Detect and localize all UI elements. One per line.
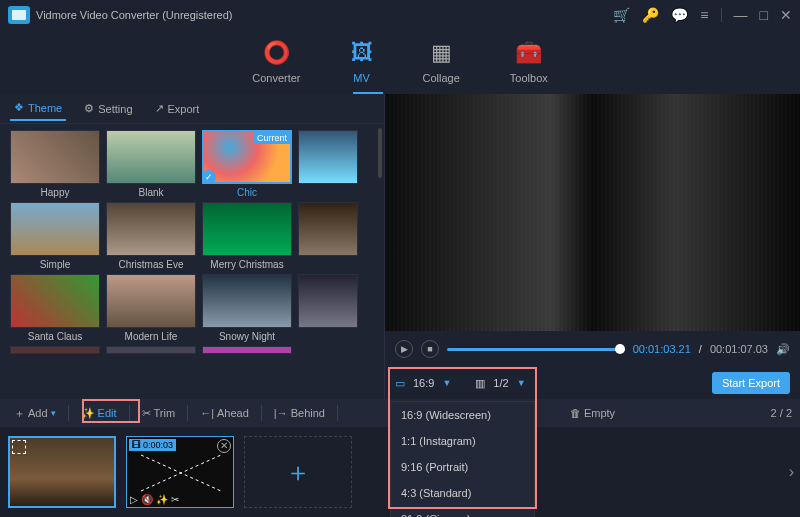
nav-toolbox[interactable]: 🧰 Toolbox bbox=[510, 40, 548, 84]
current-badge: Current bbox=[254, 132, 290, 144]
page-dropdown-caret[interactable]: ▼ bbox=[517, 378, 526, 388]
left-panel: ❖Theme ⚙Setting ↗Export Happy Blank Curr… bbox=[0, 94, 385, 399]
titlebar: Vidmore Video Converter (Unregistered) 🛒… bbox=[0, 0, 800, 30]
key-icon[interactable]: 🔑 bbox=[642, 7, 659, 23]
wand-icon: ✨ bbox=[81, 407, 95, 420]
theme-item[interactable]: Simple bbox=[10, 202, 100, 270]
seek-slider[interactable] bbox=[447, 348, 625, 351]
theme-item[interactable]: Christmas Eve bbox=[106, 202, 196, 270]
aspect-option[interactable]: 21:9 (Cinema) bbox=[391, 506, 534, 517]
trim-button[interactable]: ✂Trim bbox=[136, 404, 182, 423]
svg-rect-0 bbox=[12, 10, 26, 20]
empty-button[interactable]: 🗑Empty bbox=[564, 404, 621, 422]
gear-icon: ⚙ bbox=[84, 102, 94, 115]
time-total: 00:01:07.03 bbox=[710, 343, 768, 355]
video-preview[interactable] bbox=[385, 94, 800, 331]
cut-icon: ✂ bbox=[171, 494, 179, 505]
theme-item[interactable]: Blank bbox=[106, 130, 196, 198]
scissors-icon: ✂ bbox=[142, 407, 151, 420]
crop-icon bbox=[12, 440, 26, 454]
app-title: Vidmore Video Converter (Unregistered) bbox=[36, 9, 232, 21]
edit-button[interactable]: ✨Edit bbox=[75, 404, 123, 423]
cart-icon[interactable]: 🛒 bbox=[613, 7, 630, 23]
behind-button[interactable]: |→Behind bbox=[268, 404, 331, 422]
mv-icon: 🖼 bbox=[351, 40, 373, 66]
aspect-option[interactable]: 1:1 (Instagram) bbox=[391, 428, 534, 454]
feedback-icon[interactable]: 💬 bbox=[671, 7, 688, 23]
theme-item[interactable] bbox=[298, 130, 380, 198]
aspect-option[interactable]: 9:16 (Portrait) bbox=[391, 454, 534, 480]
tab-export[interactable]: ↗Export bbox=[151, 97, 204, 120]
trash-icon: 🗑 bbox=[570, 407, 581, 419]
theme-item[interactable]: Modern Life bbox=[106, 274, 196, 342]
aspect-option[interactable]: 4:3 (Standard) bbox=[391, 480, 534, 506]
plus-icon: ＋ bbox=[14, 406, 25, 421]
play-icon: ▷ bbox=[130, 494, 138, 505]
ahead-icon: ←| bbox=[200, 407, 214, 419]
preview-panel: ▶ ■ 00:01:03.21/00:01:07.03 🔊 ▭ 16:9 ▼ ▥… bbox=[385, 94, 800, 399]
export-icon: ↗ bbox=[155, 102, 164, 115]
aspect-value: 16:9 bbox=[413, 377, 434, 389]
stop-button[interactable]: ■ bbox=[421, 340, 439, 358]
close-button[interactable]: ✕ bbox=[780, 7, 792, 23]
collage-icon: ▦ bbox=[431, 40, 452, 66]
add-clip-button[interactable]: ＋ bbox=[244, 436, 352, 508]
next-page-button[interactable]: › bbox=[789, 463, 794, 481]
converter-icon: ⭕ bbox=[263, 40, 290, 66]
check-icon: ✓ bbox=[202, 170, 216, 184]
page-value: 1/2 bbox=[493, 377, 508, 389]
aspect-option[interactable]: 16:9 (Widescreen) bbox=[391, 402, 534, 428]
nav-mv[interactable]: 🖼 MV bbox=[351, 40, 373, 84]
volume-icon[interactable]: 🔊 bbox=[776, 343, 790, 356]
main-nav: ⭕ Converter 🖼 MV ▦ Collage 🧰 Toolbox bbox=[0, 30, 800, 94]
theme-icon: ❖ bbox=[14, 101, 24, 114]
add-button[interactable]: ＋Add▾ bbox=[8, 403, 62, 424]
play-button[interactable]: ▶ bbox=[395, 340, 413, 358]
time-current: 00:01:03.21 bbox=[633, 343, 691, 355]
edit-icon: ✨ bbox=[156, 494, 168, 505]
menu-icon[interactable]: ≡ bbox=[700, 7, 708, 23]
maximize-button[interactable]: □ bbox=[760, 7, 768, 23]
theme-item[interactable]: Current✓Chic bbox=[202, 130, 292, 198]
theme-item[interactable]: Happy bbox=[10, 130, 100, 198]
theme-item[interactable]: Snowy Night bbox=[202, 274, 292, 342]
theme-item[interactable]: Merry Christmas bbox=[202, 202, 292, 270]
theme-item[interactable] bbox=[298, 202, 380, 270]
behind-icon: |→ bbox=[274, 407, 288, 419]
tab-theme[interactable]: ❖Theme bbox=[10, 96, 66, 121]
mute-icon: 🔇 bbox=[141, 494, 153, 505]
aspect-dropdown: 16:9 (Widescreen) 1:1 (Instagram) 9:16 (… bbox=[390, 401, 535, 517]
minimize-button[interactable]: — bbox=[734, 7, 748, 23]
toolbox-icon: 🧰 bbox=[515, 40, 542, 66]
aspect-icon[interactable]: ▭ bbox=[395, 377, 405, 390]
theme-item[interactable]: Santa Claus bbox=[10, 274, 100, 342]
theme-item[interactable] bbox=[298, 274, 380, 342]
page-icon: ▥ bbox=[475, 377, 485, 390]
clip-counter: 2 / 2 bbox=[771, 407, 792, 419]
clip-1[interactable] bbox=[8, 436, 116, 508]
ahead-button[interactable]: ←|Ahead bbox=[194, 404, 255, 422]
start-export-button[interactable]: Start Export bbox=[712, 372, 790, 394]
tab-setting[interactable]: ⚙Setting bbox=[80, 97, 136, 120]
theme-grid: Happy Blank Current✓Chic Simple Christma… bbox=[0, 124, 384, 399]
nav-converter[interactable]: ⭕ Converter bbox=[252, 40, 300, 84]
scrollbar[interactable] bbox=[378, 128, 382, 178]
nav-collage[interactable]: ▦ Collage bbox=[423, 40, 460, 84]
clip-2[interactable]: 🎞0:00:03 ✕ ▷ 🔇 ✨ ✂ bbox=[126, 436, 234, 508]
app-logo bbox=[8, 6, 30, 24]
aspect-dropdown-caret[interactable]: ▼ bbox=[442, 378, 451, 388]
